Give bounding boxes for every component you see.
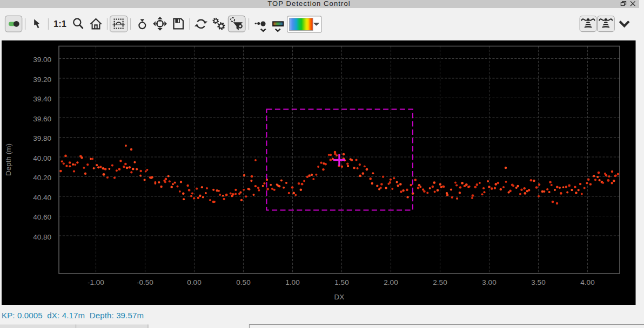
- svg-text:39.80: 39.80: [33, 134, 51, 142]
- svg-text:40.60: 40.60: [33, 213, 51, 221]
- svg-text:0.00: 0.00: [187, 278, 201, 286]
- svg-text:40.20: 40.20: [33, 174, 51, 182]
- svg-text:2.50: 2.50: [433, 278, 447, 286]
- svg-text:1:1: 1:1: [53, 19, 66, 29]
- svg-text:39.40: 39.40: [33, 95, 51, 103]
- svg-text:39.00: 39.00: [33, 56, 51, 64]
- svg-text:1.00: 1.00: [285, 278, 299, 286]
- svg-text:-0.50: -0.50: [137, 278, 153, 286]
- svg-text:TOP Detection Control: TOP Detection Control: [267, 0, 350, 8]
- svg-text:3.00: 3.00: [482, 278, 496, 286]
- svg-text:4.00: 4.00: [580, 278, 594, 286]
- svg-text:40.80: 40.80: [33, 233, 51, 241]
- svg-text:40.00: 40.00: [33, 154, 51, 162]
- svg-text:1.50: 1.50: [334, 278, 348, 286]
- svg-text:DX: DX: [334, 293, 345, 301]
- svg-text:2.00: 2.00: [384, 278, 398, 286]
- svg-text:Depth (m): Depth (m): [4, 144, 12, 176]
- svg-text:0.50: 0.50: [236, 278, 250, 286]
- svg-text:3.50: 3.50: [531, 278, 545, 286]
- svg-text:39.60: 39.60: [33, 115, 51, 123]
- svg-text:39.20: 39.20: [33, 76, 51, 84]
- svg-text:40.40: 40.40: [33, 194, 51, 202]
- svg-text:KP: 0.0005 dX: 4.17m Depth:: KP: 0.0005 dX: 4.17m Depth: 39.57m: [2, 311, 144, 320]
- svg-text:-1.00: -1.00: [88, 278, 104, 286]
